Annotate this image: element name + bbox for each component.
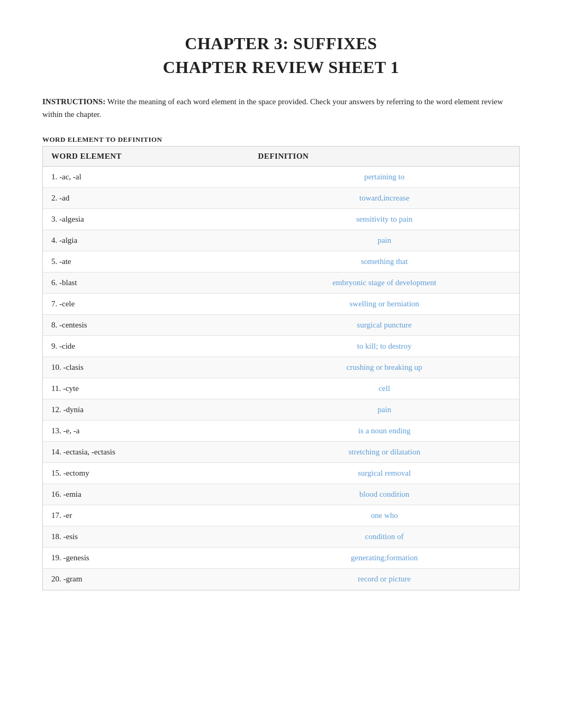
section-label: WORD ELEMENT TO DEFINITION	[42, 135, 520, 144]
row-definition: cell	[258, 384, 511, 393]
row-definition: something that	[258, 257, 511, 266]
table-row: 17. -erone who	[43, 505, 519, 526]
row-element: 5. -ate	[51, 257, 258, 266]
row-definition: surgical removal	[258, 469, 511, 478]
table-row: 18. -esiscondition of	[43, 526, 519, 548]
table-row: 15. -ectomysurgical removal	[43, 463, 519, 484]
row-definition: crushing or breaking up	[258, 363, 511, 372]
row-definition: blood condition	[258, 490, 511, 499]
table-row: 12. -dyniapain	[43, 399, 519, 421]
col-definition-header: DEFINITION	[258, 152, 511, 161]
row-definition: to kill; to destroy	[258, 342, 511, 351]
row-definition: pain	[258, 405, 511, 414]
row-element: 3. -algesia	[51, 215, 258, 224]
row-definition: pain	[258, 236, 511, 245]
row-definition: embryonic stage of development	[258, 278, 511, 287]
row-definition: is a noun ending	[258, 426, 511, 435]
row-definition: one who	[258, 511, 511, 520]
table-row: 11. -cytecell	[43, 378, 519, 399]
row-definition: stretching or dilatation	[258, 448, 511, 457]
row-element: 15. -ectomy	[51, 469, 258, 478]
row-element: 18. -esis	[51, 532, 258, 541]
row-element: 4. -algia	[51, 236, 258, 245]
row-definition: surgical puncture	[258, 321, 511, 330]
row-definition: swelling or herniation	[258, 299, 511, 308]
row-element: 16. -emia	[51, 490, 258, 499]
row-element: 11. -cyte	[51, 384, 258, 393]
table-row: 20. -gramrecord or picture	[43, 569, 519, 590]
row-element: 12. -dynia	[51, 405, 258, 414]
table-header: WORD ELEMENT DEFINITION	[43, 147, 519, 167]
row-element: 13. -e, -a	[51, 426, 258, 435]
row-element: 17. -er	[51, 511, 258, 520]
table-body: 1. -ac, -alpertaining to2. -adtoward,inc…	[43, 167, 519, 590]
row-element: 9. -cide	[51, 342, 258, 351]
row-definition: record or picture	[258, 575, 511, 584]
table-row: 2. -adtoward,increase	[43, 188, 519, 209]
table-row: 13. -e, -ais a noun ending	[43, 421, 519, 442]
row-definition: generating;formation	[258, 553, 511, 562]
row-element: 20. -gram	[51, 575, 258, 584]
table-row: 3. -algesiasensitivity to pain	[43, 209, 519, 230]
row-element: 19. -genesis	[51, 553, 258, 562]
page-title: CHAPTER 3: SUFFIXES CHAPTER REVIEW SHEET…	[42, 32, 520, 79]
row-definition: pertaining to	[258, 172, 511, 181]
row-definition: condition of	[258, 532, 511, 541]
table-row: 9. -cideto kill; to destroy	[43, 336, 519, 357]
row-element: 6. -blast	[51, 278, 258, 287]
row-element: 2. -ad	[51, 194, 258, 203]
table-row: 5. -atesomething that	[43, 251, 519, 272]
table-row: 19. -genesisgenerating;formation	[43, 548, 519, 569]
col-element-header: WORD ELEMENT	[51, 152, 258, 161]
table-row: 10. -clasiscrushing or breaking up	[43, 357, 519, 378]
table-row: 8. -centesissurgical puncture	[43, 315, 519, 336]
table-row: 4. -algiapain	[43, 230, 519, 251]
row-element: 7. -cele	[51, 299, 258, 308]
row-element: 8. -centesis	[51, 321, 258, 330]
table-row: 7. -celeswelling or herniation	[43, 294, 519, 315]
word-element-table: WORD ELEMENT DEFINITION 1. -ac, -alperta…	[42, 146, 520, 590]
table-row: 16. -emiablood condition	[43, 484, 519, 505]
row-definition: toward,increase	[258, 194, 511, 203]
row-element: 10. -clasis	[51, 363, 258, 372]
instructions-text: INSTRUCTIONS: Write the meaning of each …	[42, 95, 520, 121]
row-element: 14. -ectasia, -ectasis	[51, 448, 258, 457]
table-row: 1. -ac, -alpertaining to	[43, 167, 519, 188]
table-row: 6. -blastembryonic stage of development	[43, 272, 519, 294]
table-row: 14. -ectasia, -ectasisstretching or dila…	[43, 442, 519, 463]
row-element: 1. -ac, -al	[51, 172, 258, 181]
row-definition: sensitivity to pain	[258, 215, 511, 224]
